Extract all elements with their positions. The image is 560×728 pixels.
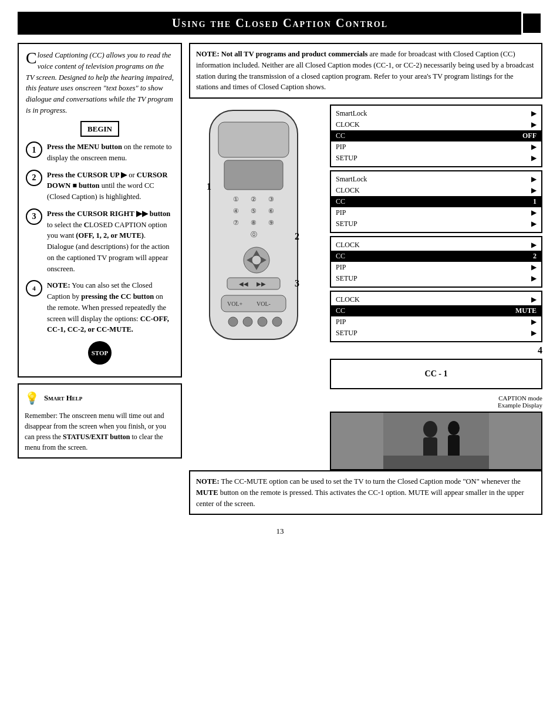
step-3-content: Press the CURSOR RIGHT ▶▶ button to sele… [47,208,174,275]
svg-text:⑧: ⑧ [251,219,257,226]
panel4-clock: CLOCK ▶ [331,294,541,305]
svg-rect-1 [218,122,289,157]
svg-text:3: 3 [295,278,299,288]
panel3-pip: PIP ▶ [331,262,541,273]
intro-box: C losed Captioning (CC) allows you to re… [18,43,182,378]
step-3: 3 Press the CURSOR RIGHT ▶▶ button to se… [26,208,174,275]
panel4-setup: SETUP ▶ [331,328,541,339]
svg-point-28 [272,317,282,326]
cc1-display-box: CC - 1 [330,359,542,389]
svg-point-18 [252,255,261,265]
panels-col: SmartLock ▶ CLOCK ▶ CC OFF PIP [330,105,542,470]
remote-svg: ① ② ③ ④ ⑤ ⑥ ⑦ ⑧ ⑨ ⓪ [189,105,324,351]
panel1-clock: CLOCK ▶ [331,119,541,130]
stop-badge: STOP [88,341,112,365]
header-decoration [521,12,542,35]
stop-container: STOP [26,341,174,365]
svg-text:VOL+: VOL+ [227,301,243,307]
panel1-cc: CC OFF [331,130,541,141]
caption-label: CAPTION modeExample Display [330,395,542,409]
mid-area: ① ② ③ ④ ⑤ ⑥ ⑦ ⑧ ⑨ ⓪ [189,105,542,470]
svg-text:③: ③ [268,196,274,203]
page-header: Using the Closed Caption Control [18,12,542,35]
note-top: NOTE: Not all TV programs and product co… [189,43,542,99]
page: Using the Closed Caption Control C losed… [0,0,560,728]
step-1: 1 Press the MENU button on the remote to… [26,141,174,164]
smart-help-box: 💡 Smart Help Remember: The onscreen menu… [18,383,182,459]
panel3-setup: SETUP ▶ [331,273,541,284]
svg-point-33 [423,421,437,437]
begin-badge: BEGIN [80,121,119,137]
panel3-clock: CLOCK ▶ [331,240,541,251]
step-4-num: 4 [26,280,42,296]
remote-container: ① ② ③ ④ ⑤ ⑥ ⑦ ⑧ ⑨ ⓪ [189,105,324,470]
svg-text:1: 1 [207,181,211,191]
step-3-num: 3 [26,208,42,225]
page-number: 13 [18,527,542,536]
panel2-smartlock: SmartLock ▶ [331,174,541,185]
menu-panel-3: CLOCK ▶ CC 2 PIP ▶ SETUP [330,236,542,288]
menu-panel-4: CLOCK ▶ CC MUTE PIP ▶ SETUP [330,291,542,342]
panel4-pip: PIP ▶ [331,316,541,328]
step-1-num: 1 [26,141,42,158]
main-layout: C losed Captioning (CC) allows you to re… [18,43,542,515]
note-bottom: NOTE: The CC-MUTE option can be used to … [189,470,542,515]
panel2-pip: PIP ▶ [331,207,541,218]
svg-point-26 [243,317,252,326]
svg-rect-19 [227,278,280,289]
lightbulb-icon: 💡 [25,389,39,407]
svg-text:⑥: ⑥ [268,207,274,214]
svg-text:①: ① [233,196,239,203]
svg-text:⑨: ⑨ [268,219,274,226]
panel1-setup: SETUP ▶ [331,153,541,164]
svg-text:2: 2 [295,231,299,241]
intro-text: losed Captioning (CC) allows you to read… [26,51,174,114]
svg-text:⓪: ⓪ [251,231,257,238]
svg-rect-2 [224,160,283,190]
svg-point-25 [228,317,238,326]
right-column: NOTE: Not all TV programs and product co… [189,43,542,515]
svg-text:⑦: ⑦ [233,219,239,226]
svg-rect-36 [448,435,460,457]
svg-text:⑤: ⑤ [251,207,257,214]
svg-point-27 [258,317,267,326]
step-1-content: Press the MENU button on the remote to d… [47,141,174,164]
panel2-cc: CC 1 [331,196,541,207]
svg-text:④: ④ [233,207,239,214]
drop-cap: C [26,50,37,66]
smart-help-title: 💡 Smart Help [25,389,175,407]
svg-text:VOL-: VOL- [257,301,271,307]
smart-help-label: Smart Help [44,392,82,404]
panel4-cc: CC MUTE [331,305,541,316]
svg-text:▶▶: ▶▶ [257,281,266,287]
step-4: 4 NOTE: You can also set the Closed Capt… [26,280,174,335]
panel2-clock: CLOCK ▶ [331,185,541,196]
step-4-content: NOTE: You can also set the Closed Captio… [47,280,174,335]
panel1-pip: PIP ▶ [331,141,541,153]
caption-example-svg [331,412,541,470]
header-title: Using the Closed Caption Control [172,16,388,29]
svg-text:②: ② [251,196,257,203]
cc1-value: CC - 1 [425,369,448,378]
panel3-cc: CC 2 [331,251,541,262]
caption-example-image [330,412,542,470]
svg-text:◀◀: ◀◀ [239,281,248,287]
menu-panel-2: SmartLock ▶ CLOCK ▶ CC 1 PIP [330,170,542,233]
panel2-setup: SETUP ▶ [331,218,541,230]
svg-rect-37 [383,456,489,470]
step4-indicator: 4 [330,345,542,356]
menu-panel-1: SmartLock ▶ CLOCK ▶ CC OFF PIP [330,105,542,167]
left-column: C losed Captioning (CC) allows you to re… [18,43,182,515]
svg-point-35 [448,421,460,435]
panel1-smartlock: SmartLock ▶ [331,108,541,119]
step-2-num: 2 [26,170,42,186]
step-2: 2 Press the CURSOR UP ▶ or CURSOR DOWN ■… [26,170,174,203]
step-2-content: Press the CURSOR UP ▶ or CURSOR DOWN ■ b… [47,170,174,203]
smart-help-text: Remember: The onscreen menu will time ou… [25,410,175,453]
